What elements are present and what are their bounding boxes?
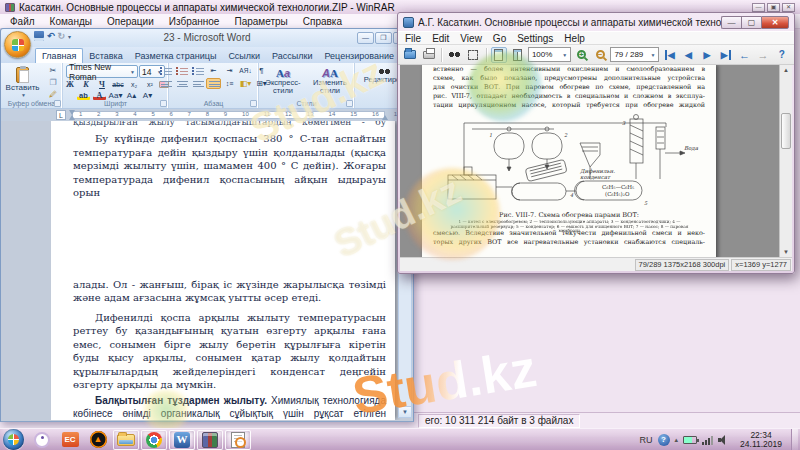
djview-minimize-button[interactable]: —: [721, 16, 741, 29]
show-hidden-icons[interactable]: ▴: [675, 436, 679, 444]
paragraph-dialog-launcher[interactable]: [250, 100, 257, 107]
djview-menu-settings[interactable]: Settings: [517, 33, 553, 44]
battery-icon[interactable]: [683, 436, 697, 444]
djview-menu-go[interactable]: Go: [493, 33, 506, 44]
clipboard-dialog-launcher[interactable]: [54, 100, 61, 107]
superscript-button[interactable]: x²: [143, 79, 158, 90]
redo-icon[interactable]: ↻: [58, 31, 66, 41]
font-name-combo[interactable]: Times New Roman▼: [66, 65, 138, 78]
qat-more-icon[interactable]: ▾: [68, 33, 71, 40]
scrollbar-thumb[interactable]: [781, 113, 791, 149]
winrar-menu-operations[interactable]: Операции: [107, 16, 154, 27]
page-number-combo[interactable]: 79 / 289▼: [610, 47, 659, 62]
djview-menu-file[interactable]: File: [405, 33, 421, 44]
taskbar-item-ec-app[interactable]: EC: [57, 430, 83, 450]
cut-icon[interactable]: ✂: [45, 65, 60, 76]
taskbar-item-aimp[interactable]: ▲: [85, 430, 111, 450]
winrar-menu-commands[interactable]: Команды: [50, 16, 92, 27]
line-spacing-button[interactable]: ↕≡: [222, 78, 237, 89]
undo-icon[interactable]: ↶: [47, 31, 55, 41]
start-button[interactable]: [3, 429, 24, 450]
multilevel-list-button[interactable]: [190, 65, 205, 76]
djview-menu-view[interactable]: View: [460, 33, 482, 44]
taskbar-item-djview[interactable]: [225, 430, 251, 450]
winrar-minimize-button[interactable]: —: [752, 3, 765, 12]
djview-menu-help[interactable]: Help: [564, 33, 585, 44]
djview-menu-edit[interactable]: Edit: [432, 33, 449, 44]
single-page-layout-button[interactable]: [491, 47, 508, 63]
justify-button[interactable]: [206, 78, 221, 89]
scroll-down-icon[interactable]: ▼: [399, 406, 411, 417]
sidebar-layout-button[interactable]: [509, 47, 526, 63]
network-icon[interactable]: [702, 435, 713, 445]
numbering-button[interactable]: [174, 65, 189, 76]
hanging-indent-marker[interactable]: [69, 112, 75, 120]
back-button[interactable]: ←: [736, 47, 753, 63]
tab-insert[interactable]: Вставка: [83, 49, 128, 63]
align-left-button[interactable]: [158, 78, 173, 89]
tray-help-icon[interactable]: ?: [658, 434, 670, 446]
office-button[interactable]: [4, 31, 31, 58]
first-page-button[interactable]: ◀: [661, 47, 678, 63]
winrar-menu-file[interactable]: Файл: [10, 16, 35, 27]
underline-button[interactable]: Ч: [95, 79, 110, 90]
taskbar-item-word[interactable]: W: [169, 430, 195, 450]
font-dialog-launcher[interactable]: [160, 100, 167, 107]
tab-home[interactable]: Главная: [35, 48, 83, 63]
tab-references[interactable]: Ссылки: [222, 49, 266, 63]
speaker-icon[interactable]: [718, 435, 731, 445]
word-minimize-button[interactable]: —: [357, 32, 374, 44]
print-button[interactable]: [421, 47, 438, 63]
show-desktop-button[interactable]: [791, 429, 798, 450]
zoom-out-button[interactable]: −: [592, 47, 609, 63]
zoom-combo[interactable]: 100%▼: [528, 47, 571, 62]
align-center-button[interactable]: [174, 78, 189, 89]
scroll-up-icon[interactable]: ▲: [780, 65, 792, 75]
last-page-button[interactable]: ▶: [717, 47, 734, 63]
winrar-menu-options[interactable]: Параметры: [234, 16, 287, 27]
document-page[interactable]: қыздырылған жылу тасымалдағыштардың көме…: [51, 121, 395, 420]
bold-button[interactable]: Ж: [63, 79, 78, 90]
djview-vertical-scrollbar[interactable]: ▲ ▼: [779, 65, 792, 257]
winrar-close-button[interactable]: ✕: [782, 3, 795, 12]
right-indent-marker[interactable]: [382, 112, 388, 120]
previous-page-button[interactable]: ◀: [680, 47, 697, 63]
increase-indent-button[interactable]: ⇥: [222, 65, 237, 76]
change-styles-button[interactable]: АА Изменить стили: [307, 65, 353, 95]
open-file-button[interactable]: [402, 47, 419, 63]
select-button[interactable]: [465, 47, 482, 63]
taskbar-item-chrome[interactable]: [141, 430, 167, 450]
winrar-maximize-button[interactable]: ▣: [767, 3, 780, 12]
next-page-button[interactable]: ▶: [699, 47, 716, 63]
save-icon[interactable]: [34, 31, 44, 41]
sort-button[interactable]: АЯ↓: [238, 65, 253, 76]
tab-mailings[interactable]: Рассылки: [266, 49, 318, 63]
taskbar-item-yandex[interactable]: [29, 430, 55, 450]
taskbar-item-winrar[interactable]: [197, 430, 223, 450]
djview-close-button[interactable]: ✕: [761, 16, 789, 29]
tab-selector[interactable]: L: [56, 110, 66, 120]
tab-review[interactable]: Рецензирование: [318, 49, 400, 63]
language-indicator[interactable]: RU: [640, 435, 653, 445]
scroll-down-icon[interactable]: ▼: [780, 247, 792, 257]
zoom-in-button[interactable]: +: [573, 47, 590, 63]
copy-icon[interactable]: ❐: [45, 77, 60, 88]
paste-button[interactable]: Вставить ▼: [3, 66, 43, 99]
shading-button[interactable]: ◧▾: [238, 78, 253, 89]
bullets-button[interactable]: [158, 65, 173, 76]
italic-button[interactable]: К: [79, 79, 94, 90]
taskbar-item-explorer[interactable]: [113, 430, 139, 450]
winrar-menu-favorites[interactable]: Избранное: [169, 16, 220, 27]
forward-button[interactable]: →: [755, 47, 772, 63]
strikethrough-button[interactable]: abc: [111, 79, 126, 90]
context-help-button[interactable]: ?: [773, 47, 790, 63]
decrease-indent-button[interactable]: ⇤: [206, 65, 221, 76]
quick-styles-button[interactable]: Аа Экспресс-стили: [260, 65, 306, 95]
word-restore-button[interactable]: ❐: [375, 32, 392, 44]
horizontal-ruler[interactable]: L 1 2 3 4 5 6 7 8 9 10 11 12 13 14 15 16…: [1, 109, 413, 121]
subscript-button[interactable]: x₂: [127, 79, 142, 90]
winrar-menu-help[interactable]: Справка: [303, 16, 342, 27]
align-right-button[interactable]: [190, 78, 205, 89]
find-button[interactable]: [446, 47, 463, 63]
djview-maximize-button[interactable]: ▢: [741, 16, 761, 29]
